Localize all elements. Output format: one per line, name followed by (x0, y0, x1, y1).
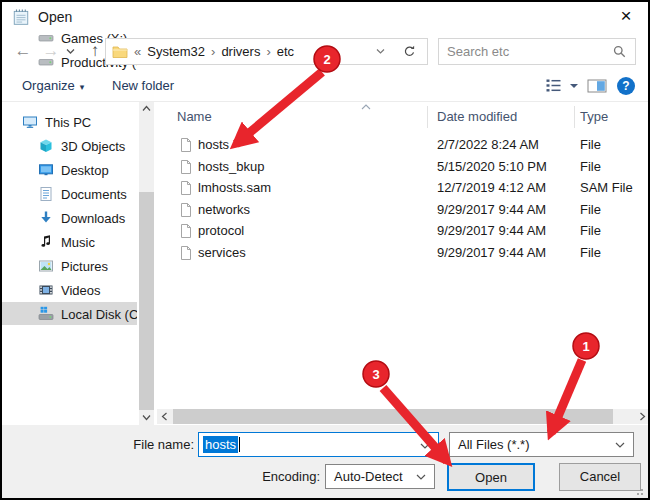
sidebar-item-documents[interactable]: Documents (2, 182, 137, 206)
new-folder-button[interactable]: New folder (112, 70, 174, 101)
music-icon (38, 234, 54, 250)
cancel-button[interactable]: Cancel (559, 463, 641, 491)
resize-grip-icon[interactable] (633, 485, 643, 495)
sidebar-item-downloads[interactable]: Downloads (2, 206, 137, 230)
file-date-modified: 12/7/2019 4:12 AM (437, 180, 546, 195)
sidebar-item-local-disk-c[interactable]: Local Disk (C:) (2, 302, 137, 325)
file-type-value: All Files (*.*) (458, 437, 530, 452)
breadcrumb-separator-icon[interactable]: › (266, 44, 270, 59)
file-date-modified: 9/29/2017 9:44 AM (437, 223, 546, 238)
scroll-up-icon[interactable] (142, 105, 151, 112)
breadcrumb[interactable]: «System32›drivers›etc (112, 44, 375, 59)
chevron-down-icon (416, 473, 426, 481)
column-separator[interactable] (427, 106, 428, 128)
scroll-down-icon[interactable] (142, 414, 151, 421)
file-name: protocol (198, 223, 244, 238)
document-icon (38, 186, 54, 202)
help-button[interactable]: ? (617, 77, 635, 95)
refresh-button[interactable] (392, 38, 428, 65)
file-row-hosts[interactable]: hosts2/7/2022 8:24 AMFile (165, 135, 650, 156)
sidebar-item-desktop[interactable]: Desktop (2, 158, 137, 182)
horizontal-scrollbar[interactable] (157, 409, 650, 424)
sidebar-scrollbar-thumb[interactable] (139, 192, 154, 410)
file-row-hosts_bkup[interactable]: hosts_bkup5/15/2020 5:10 PMFile (165, 157, 650, 178)
sidebar-item-this-pc[interactable]: This PC (2, 110, 137, 134)
open-button[interactable]: Open (447, 463, 535, 491)
organize-button[interactable]: Organize▾ (22, 70, 84, 101)
preview-pane-icon[interactable] (587, 78, 607, 94)
file-name: hosts_bkup (198, 159, 265, 174)
file-type-dropdown[interactable]: All Files (*.*) (449, 432, 634, 457)
sidebar-item-videos[interactable]: Videos (2, 278, 137, 302)
view-mode-caret-icon[interactable] (569, 82, 579, 90)
sidebar-scrollbar[interactable] (139, 102, 154, 425)
sort-ascending-icon (361, 104, 371, 110)
breadcrumb-overflow[interactable]: « (134, 44, 141, 59)
file-type: File (580, 159, 601, 174)
file-date-modified: 9/29/2017 9:44 AM (437, 202, 546, 217)
breadcrumb-segment[interactable]: etc (277, 44, 294, 59)
download-icon (38, 210, 54, 226)
breadcrumb-separator-icon[interactable]: › (211, 44, 215, 59)
sidebar-item-label: This PC (45, 115, 91, 130)
scroll-left-icon[interactable] (161, 412, 168, 421)
video-icon (38, 282, 54, 298)
address-dropdown-icon[interactable] (375, 47, 386, 56)
desktop-icon (38, 162, 54, 178)
open-dialog: Open × ← → ↑ «System32›drivers›etc Searc… (0, 0, 650, 500)
encoding-label: Encoding: (232, 469, 320, 484)
sidebar-item-music[interactable]: Music (2, 230, 137, 254)
address-bar[interactable]: «System32›drivers›etc (105, 38, 393, 65)
file-icon (178, 159, 194, 175)
file-name: networks (198, 202, 250, 217)
scroll-right-icon[interactable] (639, 412, 646, 421)
file-name-dropdown-icon[interactable] (420, 442, 430, 450)
pc-icon (22, 114, 38, 130)
column-header-name[interactable]: Name (177, 109, 212, 124)
back-button[interactable]: ← (10, 36, 36, 66)
file-row-protocol[interactable]: protocol9/29/2017 9:44 AMFile (165, 221, 650, 242)
cube-icon (38, 138, 54, 154)
sidebar-item-pictures[interactable]: Pictures (2, 254, 137, 278)
breadcrumb-segment[interactable]: System32 (147, 44, 205, 59)
file-name: lmhosts.sam (198, 180, 271, 195)
sidebar-item-label: Local Disk (C:) (61, 307, 137, 322)
file-type: File (580, 223, 601, 238)
search-icon[interactable] (612, 44, 627, 59)
column-header-date[interactable]: Date modified (437, 109, 517, 124)
file-list: Name Date modified Type hosts2/7/2022 8:… (165, 102, 650, 409)
encoding-dropdown[interactable]: Auto-Detect (325, 464, 435, 489)
sidebar-item-label: Pictures (61, 259, 108, 274)
breadcrumb-segment[interactable]: drivers (221, 44, 260, 59)
history-chevron-icon[interactable] (64, 46, 76, 56)
text-cursor (239, 437, 240, 452)
file-name-value: hosts (203, 436, 238, 453)
file-type: File (580, 137, 601, 152)
sidebar-item-label: Music (61, 235, 95, 250)
file-icon (178, 223, 194, 239)
horizontal-scrollbar-thumb[interactable] (173, 409, 613, 424)
sidebar-item-label: Documents (61, 187, 127, 202)
file-name: services (198, 245, 246, 260)
windows-drive-icon (38, 306, 54, 322)
file-row-networks[interactable]: networks9/29/2017 9:44 AMFile (165, 200, 650, 221)
file-date-modified: 9/29/2017 9:44 AM (437, 245, 546, 260)
view-mode-icon[interactable] (545, 78, 562, 93)
file-row-services[interactable]: services9/29/2017 9:44 AMFile (165, 243, 650, 264)
file-icon (178, 180, 194, 196)
sidebar-item-label: Videos (61, 283, 101, 298)
sidebar-item-3d-objects[interactable]: 3D Objects (2, 134, 137, 158)
file-date-modified: 2/7/2022 8:24 AM (437, 137, 539, 152)
file-name-input[interactable]: hosts (198, 432, 439, 457)
file-icon (178, 137, 194, 153)
file-row-lmhosts.sam[interactable]: lmhosts.sam12/7/2019 4:12 AMSAM File (165, 178, 650, 199)
notepad-icon (12, 8, 30, 26)
file-type: File (580, 245, 601, 260)
forward-button[interactable]: → (38, 36, 64, 66)
window-title: Open (38, 2, 72, 32)
column-header-type[interactable]: Type (580, 109, 608, 124)
encoding-value: Auto-Detect (334, 469, 403, 484)
close-button[interactable]: × (604, 2, 648, 32)
search-box[interactable]: Search etc (438, 38, 636, 65)
column-separator[interactable] (574, 106, 575, 128)
